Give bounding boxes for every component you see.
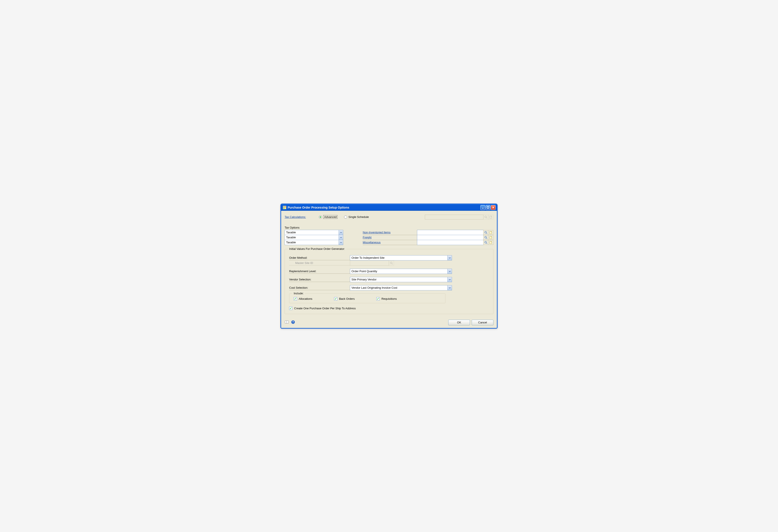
include-legend: Include: [292,292,305,295]
cost-selection-dropdown[interactable]: Vendor Last Originating Invoice Cost [350,285,452,290]
order-method-label: Order Method: [289,255,350,260]
chevron-down-icon [339,230,343,235]
vendor-selection-label: Vendor Selection: [289,277,350,282]
allocations-checkbox[interactable]: Allocations [294,297,312,300]
tax-calculations-row: Tax Calculations: Advanced Single Schedu… [285,215,493,219]
svg-rect-1 [284,207,284,207]
svg-point-17 [485,241,486,243]
lookup-icon[interactable] [483,235,488,240]
chevron-down-icon [447,277,452,282]
note-icon[interactable] [488,240,493,245]
svg-point-20 [390,262,392,264]
svg-line-9 [486,218,487,218]
tax-option-dropdown-0[interactable]: Taxable [285,230,343,235]
svg-line-12 [486,233,487,234]
svg-line-18 [486,243,487,244]
maximize-button[interactable] [486,205,490,210]
note-icon[interactable] [488,235,493,240]
chevron-down-icon [339,235,343,240]
app-icon [283,206,286,209]
lookup-icon[interactable] [483,240,488,245]
svg-line-15 [486,238,487,239]
svg-point-8 [485,216,486,218]
single-schedule-input [425,215,483,219]
checkbox-icon [334,297,337,300]
requisitions-label: Requisitions [381,297,397,300]
master-site-id-input [350,260,389,266]
tax-option-dropdown-1[interactable]: Taxable [285,235,343,240]
lookup-icon [483,215,488,219]
freight-link[interactable]: Freight [363,236,371,239]
svg-line-21 [392,263,393,264]
svg-rect-0 [283,206,286,209]
tax-options-label: Tax Options [285,226,493,229]
dialog-purchase-order-setup-options: Purchase Order Processing Setup Options … [281,204,497,329]
non-inventoried-items-link[interactable]: Non-Inventoried Items [363,231,391,234]
svg-text:?: ? [292,321,294,324]
note-icon[interactable] [488,230,493,235]
chevron-down-icon [447,286,452,290]
create-one-po-per-ship-label: Create One Purchase Order Per Ship To Ad… [294,307,356,310]
radio-single-schedule[interactable]: Single Schedule [344,215,369,219]
non-inventoried-items-input[interactable] [417,230,483,235]
replenishment-level-dropdown[interactable]: Order Point Quantity [350,269,452,274]
svg-rect-3 [284,208,284,209]
requisitions-checkbox[interactable]: Requisitions [376,297,397,300]
help-icon[interactable]: ? [291,320,295,325]
freight-input[interactable] [417,235,483,240]
allocations-label: Allocations [299,297,312,300]
checkbox-icon [376,297,380,300]
svg-rect-10 [490,216,492,218]
radio-icon [344,216,347,219]
order-method-dropdown[interactable]: Order To Independent Site [350,255,452,260]
po-generator-legend: Initial Values For Purchase Order Genera… [288,247,346,250]
chevron-down-icon [339,240,343,245]
include-fieldset: Include: Allocations Back Orders Requisi… [289,294,446,303]
tax-option-dropdown-2[interactable]: Taxable [285,240,343,245]
svg-rect-4 [482,208,484,208]
radio-single-label: Single Schedule [348,215,369,219]
note-icon [488,215,493,219]
chevron-down-icon [447,255,452,260]
miscellaneous-link[interactable]: Miscellaneous [363,241,381,244]
footer: ? OK Cancel [285,320,493,325]
svg-rect-2 [285,207,286,207]
master-site-id-label: Master Site ID [289,261,350,265]
window-title: Purchase Order Processing Setup Options [288,206,480,209]
svg-rect-19 [490,241,492,244]
close-button[interactable] [491,205,495,210]
radio-advanced-label: Advanced [323,215,337,219]
radio-advanced[interactable]: Advanced [319,215,337,219]
svg-point-14 [485,236,486,238]
ok-button[interactable]: OK [448,320,470,325]
replenishment-level-label: Replenishment Level: [289,269,350,274]
miscellaneous-input[interactable] [417,240,483,245]
chevron-down-icon [447,269,452,274]
minimize-button[interactable] [480,205,485,210]
cancel-button[interactable]: Cancel [472,320,493,325]
client-area: Tax Calculations: Advanced Single Schedu… [281,211,497,328]
back-orders-checkbox[interactable]: Back Orders [334,297,355,300]
po-generator-fieldset: Initial Values For Purchase Order Genera… [285,249,493,314]
svg-point-11 [485,231,486,233]
manual-icon[interactable] [285,320,289,325]
back-orders-label: Back Orders [339,297,355,300]
create-one-po-per-ship-checkbox[interactable]: Create One Purchase Order Per Ship To Ad… [289,307,489,310]
checkbox-icon [289,307,292,310]
svg-rect-16 [490,236,492,239]
radio-icon [319,216,322,219]
lookup-icon [389,260,394,266]
vendor-selection-dropdown[interactable]: Site Primary Vendor [350,277,452,282]
lookup-icon[interactable] [483,230,488,235]
svg-rect-5 [487,207,489,208]
checkbox-icon [294,297,297,300]
titlebar: Purchase Order Processing Setup Options [281,204,497,211]
svg-rect-13 [490,231,492,234]
cost-selection-label: Cost Selection: [289,286,350,290]
tax-calculations-link[interactable]: Tax Calculations: [285,215,306,219]
